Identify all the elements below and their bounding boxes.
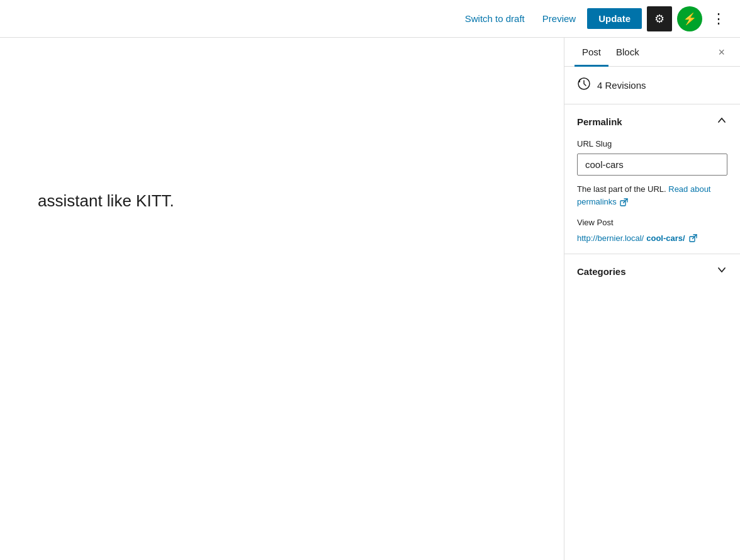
dots-icon: ⋮ <box>712 11 726 27</box>
sidebar: Post Block × 4 Revisions Permalink <box>564 38 740 560</box>
tab-post[interactable]: Post <box>575 38 608 66</box>
view-post-url-prefix: http://bernier.local/ <box>577 233 644 243</box>
revisions-icon <box>577 77 591 94</box>
revisions-row[interactable]: 4 Revisions <box>564 67 740 104</box>
url-slug-label: URL Slug <box>577 139 727 148</box>
view-post-url-bold: cool-cars/ <box>646 233 685 243</box>
close-sidebar-button[interactable]: × <box>713 42 730 63</box>
url-slug-field: URL Slug <box>577 139 727 183</box>
categories-chevron-down-icon <box>716 264 727 279</box>
view-post-external-icon <box>689 234 697 243</box>
sidebar-tabs: Post Block × <box>564 38 740 67</box>
switch-to-draft-button[interactable]: Switch to draft <box>459 9 531 28</box>
permalink-help-text: The last part of the URL. Read about per… <box>577 183 727 208</box>
permalink-chevron-up-icon <box>716 115 727 129</box>
categories-header[interactable]: Categories <box>577 264 727 279</box>
view-post-link[interactable]: http://bernier.local/cool-cars/ <box>577 233 697 243</box>
categories-section: Categories <box>564 254 740 289</box>
external-link-icon <box>620 197 628 208</box>
more-options-button[interactable]: ⋮ <box>707 8 730 30</box>
editor-area: assistant like KITT. <box>0 38 564 560</box>
view-post-section: View Post http://bernier.local/cool-cars… <box>577 218 727 244</box>
url-slug-input[interactable] <box>577 154 727 176</box>
permalink-section: Permalink URL Slug The last part of the … <box>564 104 740 254</box>
revisions-text: 4 Revisions <box>597 80 646 91</box>
permalink-title: Permalink <box>577 116 622 127</box>
tab-block[interactable]: Block <box>608 38 647 66</box>
settings-button[interactable]: ⚙ <box>647 6 672 31</box>
gear-icon: ⚙ <box>654 12 664 26</box>
editor-content: assistant like KITT. <box>38 189 174 213</box>
lightning-button[interactable]: ⚡ <box>677 6 702 31</box>
preview-button[interactable]: Preview <box>536 9 582 28</box>
view-post-label: View Post <box>577 218 727 227</box>
categories-title: Categories <box>577 266 626 277</box>
toolbar: Switch to draft Preview Update ⚙ ⚡ ⋮ <box>0 0 740 38</box>
permalink-header[interactable]: Permalink <box>577 115 727 129</box>
update-button[interactable]: Update <box>587 8 642 29</box>
main-layout: assistant like KITT. Post Block × 4 Revi… <box>0 38 740 560</box>
lightning-icon: ⚡ <box>683 12 697 26</box>
